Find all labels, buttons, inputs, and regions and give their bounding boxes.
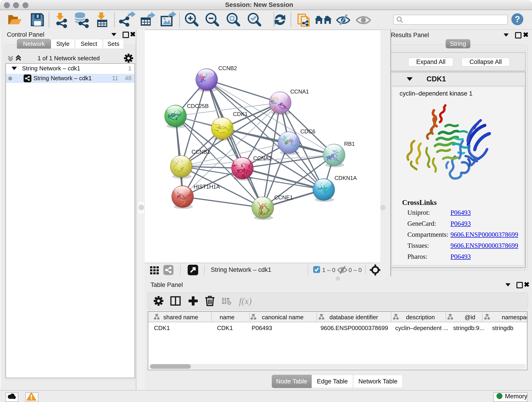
svg-text:?: ?: [515, 14, 520, 24]
svg-text:CCNA2: CCNA2: [253, 155, 272, 161]
svg-text:0 – 0: 0 – 0: [348, 267, 362, 274]
svg-text:RB1: RB1: [344, 141, 355, 147]
svg-text:namespac: namespac: [502, 314, 527, 321]
svg-text:CDC25B: CDC25B: [187, 103, 209, 109]
svg-text:description: description: [406, 314, 435, 321]
svg-text:@id: @id: [465, 314, 475, 321]
svg-text:CCNB1: CCNB1: [191, 149, 210, 155]
svg-text:CCNE1: CCNE1: [274, 194, 293, 201]
svg-text:shared name: shared name: [163, 314, 198, 321]
svg-text:HIST1H1A: HIST1H1A: [194, 184, 220, 190]
svg-text:CCNB2: CCNB2: [218, 65, 237, 71]
svg-text:CDC6: CDC6: [300, 128, 315, 134]
svg-text:CDK1: CDK1: [233, 111, 248, 117]
svg-text:CDKN1A: CDKN1A: [335, 175, 357, 181]
svg-text:1 – 0: 1 – 0: [322, 267, 336, 274]
svg-text:CCNA1: CCNA1: [290, 89, 309, 95]
svg-text:canonical name: canonical name: [262, 314, 304, 321]
svg-text:f(x): f(x): [239, 296, 252, 306]
svg-text:Memory: Memory: [505, 393, 527, 400]
svg-text:database identifier: database identifier: [329, 314, 378, 321]
svg-text:name: name: [220, 314, 234, 321]
